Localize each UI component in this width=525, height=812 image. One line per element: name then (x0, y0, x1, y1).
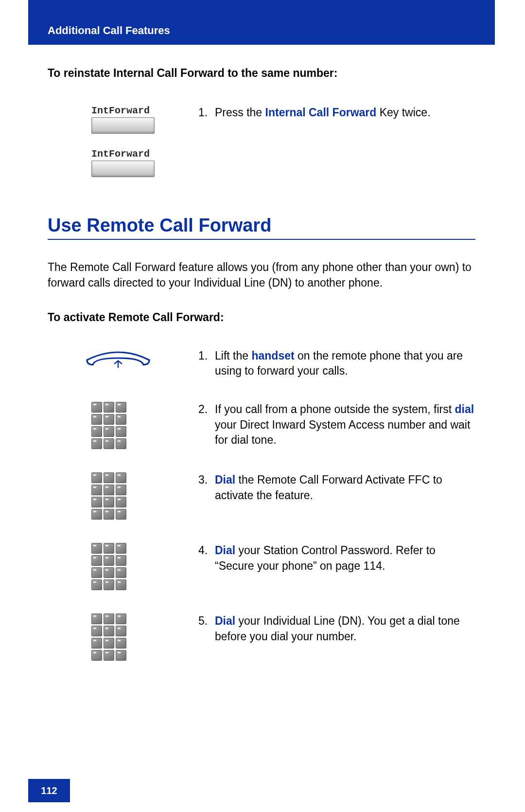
step-number: 3. (198, 472, 215, 487)
step-row-1: 1. Lift the handset on the remote phone … (48, 348, 475, 379)
dialpad-icon (91, 472, 126, 520)
step-body: If you call from a phone outside the sys… (215, 402, 475, 447)
header-title: Additional Call Features (48, 24, 170, 37)
step-body: Dial your Individual Line (DN). You get … (215, 614, 475, 644)
section1-heading: To reinstate Internal Call Forward to th… (48, 67, 475, 80)
step-post: your Direct Inward System Access number … (215, 418, 470, 446)
step-text-col: 2. If you call from a phone outside the … (198, 402, 475, 447)
section2-subheading: To activate Remote Call Forward: (48, 311, 475, 324)
section1-step-text: 1. Press the Internal Call Forward Key t… (198, 105, 475, 120)
step-pre: Lift the (215, 349, 251, 362)
step-text-col: 5. Dial your Individual Line (DN). You g… (198, 614, 475, 644)
step-number: 4. (198, 543, 215, 558)
softkey-button-2 (91, 161, 155, 177)
step-body: Lift the handset on the remote phone tha… (215, 348, 475, 379)
page-number: 112 (41, 785, 57, 796)
step-icon-col (48, 543, 198, 590)
step-number: 2. (198, 402, 215, 417)
step-icon-col (48, 402, 198, 449)
step-post: the Remote Call Forward Activate FFC to … (215, 473, 442, 501)
softkey-block-1: IntForward (91, 105, 155, 134)
step-pre: Press the (215, 106, 265, 119)
step-row-5: 5. Dial your Individual Line (DN). You g… (48, 614, 475, 661)
step-text-col: 4. Dial your Station Control Password. R… (198, 543, 475, 573)
step-post: your Station Control Password. Refer to … (215, 544, 436, 572)
step-row-2: 2. If you call from a phone outside the … (48, 402, 475, 449)
step-number: 1. (198, 348, 215, 363)
step-keyword: Internal Call Forward (265, 106, 377, 119)
dialpad-icon (91, 614, 126, 661)
step-keyword: dial (455, 403, 474, 415)
step-row-4: 4. Dial your Station Control Password. R… (48, 543, 475, 590)
dialpad-icon (91, 402, 126, 449)
step-pre: If you call from a phone outside the sys… (215, 403, 455, 415)
step-body: Dial your Station Control Password. Refe… (215, 543, 475, 573)
step-icon-col (48, 348, 198, 374)
step-keyword: Dial (215, 544, 235, 557)
step-row-3: 3. Dial the Remote Call Forward Activate… (48, 472, 475, 520)
step-number: 5. (198, 614, 215, 629)
softkey-block-2: IntForward (91, 148, 155, 177)
page-content: To reinstate Internal Call Forward to th… (48, 45, 475, 684)
dialpad-icon (91, 543, 126, 590)
step-body: Press the Internal Call Forward Key twic… (215, 105, 475, 120)
step-post: your Individual Line (DN). You get a dia… (215, 614, 460, 642)
step-text-col: 3. Dial the Remote Call Forward Activate… (198, 472, 475, 503)
section2-title: Use Remote Call Forward (48, 215, 475, 240)
section2-intro: The Remote Call Forward feature allows y… (48, 259, 475, 290)
header-banner: Additional Call Features (28, 0, 495, 45)
step-keyword: Dial (215, 473, 235, 486)
handset-icon (82, 348, 155, 374)
softkey-button-1 (91, 117, 155, 134)
step-text-col: 1. Lift the handset on the remote phone … (198, 348, 475, 379)
section2-steps: 1. Lift the handset on the remote phone … (48, 348, 475, 661)
step-post: Key twice. (376, 106, 430, 119)
step-number: 1. (198, 105, 215, 120)
page-number-tab: 112 (28, 779, 70, 802)
step-icon-col (48, 472, 198, 520)
step-keyword: handset (251, 349, 294, 362)
section1-step-row: IntForward IntForward 1. Press the Inter… (48, 105, 475, 192)
step-keyword: Dial (215, 614, 235, 627)
softkey-label-2: IntForward (91, 148, 155, 160)
step-body: Dial the Remote Call Forward Activate FF… (215, 472, 475, 503)
softkey-label-1: IntForward (91, 105, 155, 116)
step-icon-col (48, 614, 198, 661)
section1-keys-column: IntForward IntForward (48, 105, 198, 192)
